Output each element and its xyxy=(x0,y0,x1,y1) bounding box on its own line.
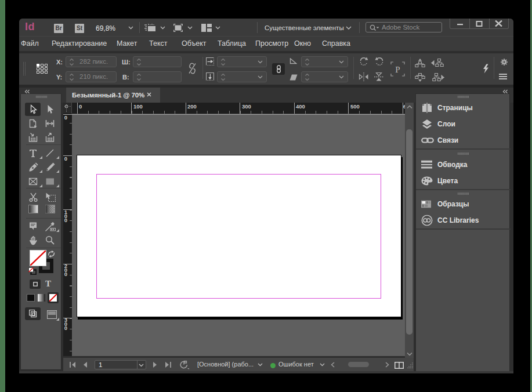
rotation-angle-field[interactable] xyxy=(301,56,348,67)
bridge-button[interactable]: Br xyxy=(54,24,63,33)
zoom-dropdown-chevron-icon[interactable] xyxy=(128,26,133,30)
constrain-dimensions-broken-link-icon[interactable] xyxy=(187,63,197,74)
flip-horizontal-icon[interactable] xyxy=(359,72,369,82)
select-next-object-icon[interactable] xyxy=(415,73,425,82)
zoom-tool[interactable] xyxy=(45,235,55,245)
panel-menu-icon[interactable] xyxy=(499,74,507,79)
previous-page-button[interactable] xyxy=(83,362,88,368)
horizontal-scrollbar-thumb[interactable] xyxy=(348,362,369,367)
menu-window[interactable]: Окно xyxy=(294,39,311,48)
workspace-switcher[interactable]: Существенные элементы xyxy=(265,24,344,31)
formatting-affects-container-button[interactable] xyxy=(30,280,41,289)
page-number-dropdown[interactable]: 1 xyxy=(95,360,146,369)
maximize-button[interactable] xyxy=(469,19,488,28)
preflight-icon[interactable] xyxy=(180,361,189,369)
adobe-stock-search-input[interactable]: Adobe Stock xyxy=(365,22,442,32)
apply-color-button[interactable] xyxy=(27,294,35,302)
vertical-scrollbar-thumb[interactable] xyxy=(406,129,412,335)
panel-gripper[interactable] xyxy=(23,62,26,76)
height-field[interactable] xyxy=(133,71,182,82)
formatting-affects-text-button[interactable]: T xyxy=(45,279,52,288)
dock-item-color[interactable]: Цвета xyxy=(416,173,511,189)
menu-layout[interactable]: Макет xyxy=(117,39,137,48)
scroll-up-icon[interactable] xyxy=(407,105,412,109)
rotate-counterclockwise-icon[interactable] xyxy=(374,56,385,66)
panel-gripper[interactable] xyxy=(36,96,48,98)
scroll-down-icon[interactable] xyxy=(407,352,412,356)
x-position-field[interactable]: 282 пикс. xyxy=(66,56,117,67)
first-page-button[interactable] xyxy=(70,362,76,368)
dock-item-stroke[interactable]: Обводка xyxy=(416,157,511,173)
menu-edit[interactable]: Редактирование xyxy=(52,39,107,48)
type-tool[interactable] xyxy=(28,148,38,158)
rotation-angle-icon[interactable] xyxy=(289,58,297,64)
panel-gripper[interactable] xyxy=(458,193,469,195)
flip-text-horizontal-icon[interactable] xyxy=(206,57,214,66)
content-collector-tool[interactable] xyxy=(28,133,38,142)
select-previous-sibling-icon[interactable] xyxy=(431,59,444,67)
shear-angle-field[interactable] xyxy=(301,71,348,82)
screen-mode-icon[interactable] xyxy=(173,24,183,32)
gear-icon[interactable] xyxy=(501,59,508,66)
view-options-chevron-icon[interactable] xyxy=(160,26,165,30)
y-position-field[interactable]: 210 пикс. xyxy=(66,71,117,82)
dock-item-pages[interactable]: Страницы xyxy=(416,100,511,116)
apply-none-button[interactable] xyxy=(48,292,59,303)
menu-table[interactable]: Таблица xyxy=(218,39,246,48)
dock-item-swatches[interactable]: Образцы xyxy=(416,196,511,212)
note-tool[interactable] xyxy=(28,222,38,231)
normal-view-mode-button[interactable] xyxy=(25,307,41,320)
menu-object[interactable]: Объект xyxy=(182,39,207,48)
close-button[interactable] xyxy=(489,19,508,28)
dock-item-cc-libraries[interactable]: CC Libraries xyxy=(416,212,511,228)
fill-swatch[interactable] xyxy=(30,250,46,266)
flip-text-vertical-icon[interactable] xyxy=(206,72,214,81)
shear-angle-icon[interactable] xyxy=(289,74,298,81)
dock-item-layers[interactable]: Слои xyxy=(416,116,511,132)
swap-fill-stroke-icon[interactable] xyxy=(48,251,55,257)
document-tab[interactable]: Безымянный-1 @ 70% xyxy=(66,88,160,103)
pencil-tool[interactable] xyxy=(45,162,55,172)
select-container-button[interactable]: P xyxy=(390,61,405,77)
last-page-button[interactable] xyxy=(165,362,171,368)
selection-tool[interactable] xyxy=(28,104,38,114)
arrange-documents-chevron-icon[interactable] xyxy=(215,26,220,30)
vertical-ruler[interactable]: 0 0 100 200 300 xyxy=(63,114,72,356)
tab-close-icon[interactable] xyxy=(147,92,151,97)
rotate-clockwise-icon[interactable] xyxy=(359,56,369,66)
reference-point-proxy[interactable] xyxy=(36,63,48,74)
menu-help[interactable]: Справка xyxy=(322,39,350,48)
next-page-button[interactable] xyxy=(153,362,157,368)
menu-file[interactable]: Файл xyxy=(21,39,39,48)
preset-chevron-icon[interactable] xyxy=(258,363,263,366)
document-canvas[interactable] xyxy=(72,114,405,356)
quick-apply-lightning-icon[interactable] xyxy=(483,64,489,74)
eyedropper-tool[interactable] xyxy=(45,222,55,231)
scale-x-field[interactable] xyxy=(217,56,267,67)
rectangle-frame-tool[interactable] xyxy=(28,177,38,186)
zoom-level-value[interactable]: 69,8% xyxy=(94,24,117,32)
document-page[interactable] xyxy=(77,155,401,317)
minimize-button[interactable] xyxy=(450,19,469,28)
view-options-icon[interactable] xyxy=(144,24,156,32)
select-next-sibling-icon[interactable] xyxy=(431,73,444,82)
gradient-swatch-tool[interactable] xyxy=(28,205,38,214)
horizontal-ruler[interactable]: 0 100 200 300 400 500 6 xyxy=(72,103,405,114)
direct-selection-tool[interactable] xyxy=(45,104,55,114)
line-tool[interactable] xyxy=(45,148,55,158)
select-previous-object-icon[interactable] xyxy=(415,59,425,67)
constrain-scale-link-button[interactable] xyxy=(272,63,285,75)
free-transform-tool[interactable] xyxy=(45,193,55,202)
page-tool[interactable] xyxy=(28,119,38,128)
default-fill-stroke-icon[interactable] xyxy=(28,267,37,275)
workspace-chevron-icon[interactable] xyxy=(346,26,352,30)
panel-gripper[interactable] xyxy=(458,153,469,155)
menu-view[interactable]: Просмотр xyxy=(255,39,288,48)
gap-tool[interactable] xyxy=(45,119,55,128)
hand-tool[interactable] xyxy=(28,235,38,245)
screen-mode-chevron-icon[interactable] xyxy=(187,26,193,30)
scroll-right-icon[interactable] xyxy=(385,362,389,368)
preview-mode-button[interactable] xyxy=(47,310,57,319)
apply-gradient-button[interactable] xyxy=(38,294,45,302)
arrange-documents-icon[interactable] xyxy=(201,24,212,32)
